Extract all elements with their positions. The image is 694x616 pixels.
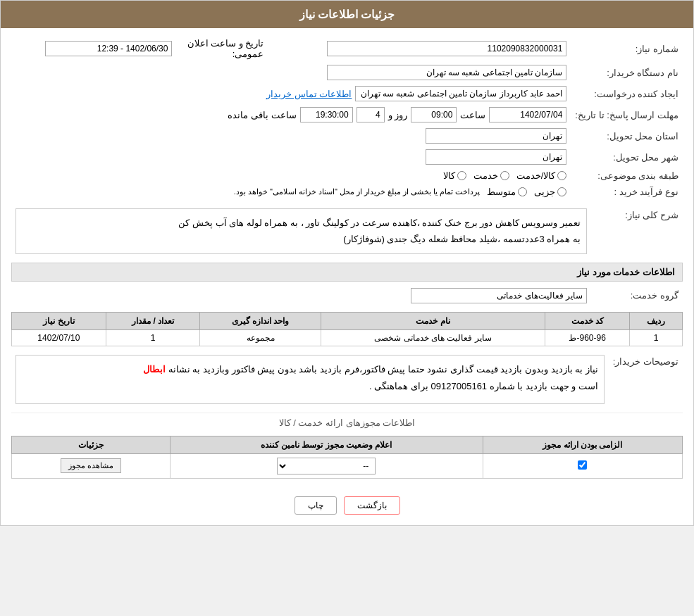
shahr-row: شهر محل تحویل: (11, 146, 683, 168)
goroh-table: گروه خدمت: (11, 285, 683, 306)
permit-row: -- مشاهده مجوز (12, 453, 683, 478)
sharh-table: شرح کلی نیاز: تعمیر وسرویس کاهش دور برج … (11, 206, 683, 257)
kala-khedmat-label: کالا/خدمت (516, 170, 556, 181)
mojowz-subtitle: اطلاعات مجوزهای ارائه خدمت / کالا (11, 413, 683, 432)
content-area: شماره نیاز: تاریخ و ساعت اعلان عمومی: نا… (1, 28, 693, 486)
motavaset-label: متوسط (487, 187, 516, 197)
notes-content: نیاز به بازدید وبدون بازدید قیمت گذاری ن… (11, 352, 609, 407)
sharh-label: شرح کلی نیاز: (591, 206, 683, 257)
shomara-niaz-input[interactable] (327, 41, 566, 56)
row-radif: 1 (630, 329, 683, 346)
shomara-niaz-value (268, 35, 571, 62)
ostan-input[interactable] (426, 128, 566, 144)
shomara-niaz-row: شماره نیاز: تاریخ و ساعت اعلان عمومی: (11, 35, 683, 62)
ejad-konande-row: ایجاد کننده درخواست: اطلاعات تماس خریدار (11, 83, 683, 104)
kala-khedmat-radio[interactable] (557, 171, 566, 180)
navoa-label: نوع فرآیند خرید : (571, 184, 683, 200)
permit-col-elzami: الزامی بودن ارائه مجوز (483, 436, 682, 453)
kala-radio[interactable] (457, 171, 466, 180)
nam-dastgah-value (11, 62, 571, 83)
kala-khedmat-radio-item: کالا/خدمت (516, 170, 567, 181)
jozyi-radio[interactable] (557, 187, 566, 196)
navoa-row: نوع فرآیند خرید : جزیی متوسط پرداخت تمام… (11, 184, 683, 200)
ejad-konande-value: اطلاعات تماس خریدار (11, 83, 571, 104)
row-tarikh: 1402/07/10 (12, 329, 106, 346)
motavaset-radio-item: متوسط (487, 187, 527, 197)
tabaqe-row: طبقه بندی موضوعی: کالا/خدمت خدمت (11, 168, 683, 184)
col-kod: کد خدمت (545, 312, 629, 329)
mande-label: ساعت باقی مانده (228, 110, 296, 120)
khedmat-radio-item: خدمت (473, 170, 509, 181)
notes-table: توصیحات خریدار: نیاز به بازدید وبدون باز… (11, 352, 683, 407)
mohlat-row: مهلت ارسال پاسخ: تا تاریخ: ساعت روز و سا… (11, 104, 683, 125)
goroh-label: گروه خدمت: (591, 285, 683, 306)
tarikh-elaan-label: تاریخ و ساعت اعلان عمومی: (176, 35, 268, 62)
mohlat-saat-input[interactable] (300, 107, 353, 122)
ejad-konande-label: ایجاد کننده درخواست: (571, 83, 683, 104)
jozyi-label: جزیی (534, 187, 555, 197)
row-kod: 960-96-ط (545, 329, 629, 346)
permit-table-body: -- مشاهده مجوز (12, 453, 683, 478)
permit-col-eelam: اعلام وضعیت مجوز توسط نامین کننده (170, 436, 483, 453)
ejad-konande-input[interactable] (355, 86, 566, 101)
permit-joziyat-cell: مشاهده مجوز (12, 453, 171, 478)
navoa-value: جزیی متوسط پرداخت تمام یا بخشی از مبلغ خ… (11, 184, 571, 200)
nam-dastgah-input[interactable] (327, 65, 566, 80)
kala-radio-item: کالا (443, 170, 466, 181)
ostan-value (11, 125, 571, 146)
permit-elzami-checkbox[interactable] (578, 460, 587, 470)
motavaset-radio[interactable] (518, 187, 527, 196)
mohlat-label: مهلت ارسال پاسخ: تا تاریخ: (571, 104, 683, 125)
khedmat-radio[interactable] (500, 171, 509, 180)
footer-buttons: بازگشت چاپ (1, 486, 693, 525)
page-container: جزئیات اطلاعات نیاز شماره نیاز: تاریخ و … (0, 0, 694, 526)
sharh-content: تعمیر وسرویس کاهش دور برج خنک کننده ،کاه… (11, 206, 591, 257)
mohlat-time-input[interactable] (411, 107, 457, 122)
jozyi-radio-item: جزیی (534, 187, 566, 197)
services-table: ردیف کد خدمت نام خدمت واحد اندازه گیری ت… (11, 312, 683, 346)
goroh-row: گروه خدمت: (11, 285, 683, 306)
notes-label: توصیحات خریدار: (609, 352, 683, 407)
kala-label: کالا (443, 170, 455, 181)
permit-table-head: الزامی بودن ارائه مجوز اعلام وضعیت مجوز … (12, 436, 683, 453)
khedmat-section-title: اطلاعات خدمات مورد نیاز (11, 263, 683, 282)
nam-dastgah-row: نام دستگاه خریدار: (11, 62, 683, 83)
roz-label: روز و (388, 110, 408, 120)
shahr-input[interactable] (426, 149, 566, 165)
row-nam: سایر فعالیت های خدماتی شخصی (321, 329, 545, 346)
table-row: 1 960-96-ط سایر فعالیت های خدماتی شخصی م… (12, 329, 683, 346)
col-radif: ردیف (630, 312, 683, 329)
goroh-input[interactable] (411, 288, 587, 303)
permit-header-row: الزامی بودن ارائه مجوز اعلام وضعیت مجوز … (12, 436, 683, 453)
tamaas-link[interactable]: اطلاعات تماس خریدار (266, 89, 352, 99)
tabaqe-label: طبقه بندی موضوعی: (571, 168, 683, 184)
permit-eelam-cell: -- (170, 453, 483, 478)
permit-col-joziyat: جزئیات (12, 436, 171, 453)
goroh-value (11, 285, 591, 306)
mohlat-date-input[interactable] (489, 107, 566, 122)
red-ابطال: ابطال (143, 364, 166, 375)
saat-label: ساعت (460, 110, 485, 120)
shahr-label: شهر محل تحویل: (571, 146, 683, 168)
mohlat-roz-input[interactable] (357, 107, 385, 122)
ostan-label: استان محل تحویل: (571, 125, 683, 146)
tabaqe-value: کالا/خدمت خدمت کالا (11, 168, 571, 184)
back-button[interactable]: بازگشت (344, 496, 400, 515)
sharh-text: تعمیر وسرویس کاهش دور برج خنک کننده ،کاه… (178, 218, 581, 244)
khedmat-label: خدمت (473, 170, 498, 181)
print-button[interactable]: چاپ (295, 496, 337, 515)
page-header: جزئیات اطلاعات نیاز (1, 1, 693, 28)
services-table-head: ردیف کد خدمت نام خدمت واحد اندازه گیری ت… (12, 312, 683, 329)
tarikh-elaan-input[interactable] (45, 41, 172, 56)
pardakht-text: پرداخت تمام یا بخشی از مبلغ خریدار از مح… (234, 187, 481, 196)
shahr-value (11, 146, 571, 168)
col-tarikh: تاریخ نیاز (12, 312, 106, 329)
row-tedad: 1 (106, 329, 200, 346)
view-permit-button[interactable]: مشاهده مجوز (61, 458, 121, 473)
mohlat-value: ساعت روز و ساعت باقی مانده (11, 104, 571, 125)
permit-eelam-select[interactable]: -- (277, 458, 376, 474)
permit-elzami-cell (483, 453, 682, 478)
nam-dastgah-label: نام دستگاه خریدار: (571, 62, 683, 83)
page-title: جزئیات اطلاعات نیاز (299, 8, 395, 20)
main-info-table: شماره نیاز: تاریخ و ساعت اعلان عمومی: نا… (11, 35, 683, 200)
